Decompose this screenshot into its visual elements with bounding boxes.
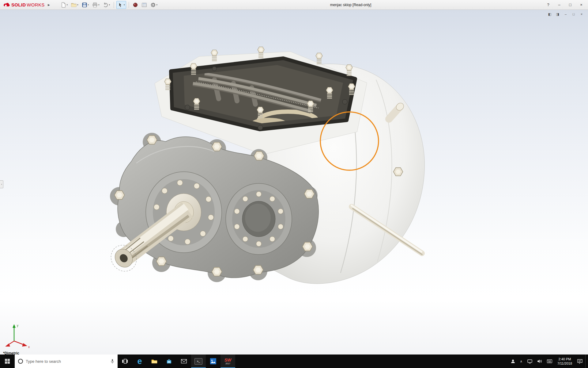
help-button[interactable]: ? [543, 1, 554, 9]
quick-access-toolbar: ▾ ▾ ▾ ▾ [59, 1, 159, 9]
volume-icon [537, 359, 542, 363]
brand-text-light: WORKS [27, 2, 44, 7]
dropdown-caret-icon: ▾ [156, 4, 158, 6]
titlebar: SOLIDWORKS ▶ ▾ ▾ ▾ [0, 0, 588, 10]
search-input[interactable] [26, 359, 108, 364]
new-document-button[interactable]: ▾ [59, 1, 69, 9]
start-button[interactable] [0, 355, 15, 368]
microphone-icon[interactable] [110, 359, 115, 364]
print-button[interactable]: ▾ [91, 1, 101, 9]
people-button[interactable] [509, 355, 517, 368]
tray-overflow-button[interactable]: ∧ [518, 355, 525, 368]
console-glyph: >_ [197, 360, 200, 363]
print-icon [92, 2, 98, 8]
dropdown-caret-icon: ▾ [98, 4, 100, 6]
orientation-triad: y x [5, 324, 30, 349]
action-center-button[interactable] [575, 355, 585, 368]
photos-button[interactable] [206, 355, 221, 368]
appearances-button[interactable] [131, 1, 139, 9]
mail-envelope-icon [181, 359, 187, 363]
solidworks-taskbar-button[interactable]: SW 2017 [221, 355, 235, 368]
taskbar-search[interactable] [15, 355, 118, 368]
show-desktop-button[interactable] [585, 355, 587, 368]
task-view-button[interactable] [118, 355, 132, 368]
triad-x-label: x [28, 345, 30, 349]
doc-restore-button[interactable]: □ [570, 11, 577, 17]
pane-right-icon[interactable]: ◨ [554, 11, 561, 17]
doc-minimize-button[interactable]: – [562, 11, 569, 17]
network-button[interactable] [525, 355, 534, 368]
select-cursor-icon [118, 2, 123, 8]
featuremanager-flyout-tab[interactable]: › [0, 180, 3, 188]
windows-logo-icon [5, 359, 10, 364]
window-title: menjac sklop [Read-only] [159, 3, 543, 7]
undo-button[interactable]: ▾ [102, 1, 111, 9]
task-view-icon [122, 359, 128, 364]
touch-keyboard-icon [547, 359, 552, 363]
save-button[interactable]: ▾ [81, 1, 90, 9]
touch-keyboard-button[interactable] [545, 355, 554, 368]
minimize-button[interactable]: – [554, 1, 565, 9]
sw-year-label: 2017 [225, 362, 230, 365]
taskbar-clock[interactable]: 2:40 PM 7/11/2018 [555, 357, 575, 366]
options-button[interactable]: ▾ [149, 1, 159, 9]
dropdown-caret-icon: ▾ [124, 4, 125, 6]
open-icon [71, 2, 77, 8]
undo-icon [103, 2, 108, 8]
close-button[interactable]: × [576, 1, 587, 9]
gearbox-3d-model[interactable]: y x [0, 10, 588, 355]
select-tool-button[interactable]: ▾ [116, 1, 126, 9]
network-icon [527, 359, 532, 364]
file-explorer-button[interactable] [147, 355, 162, 368]
dropdown-caret-icon: ▾ [88, 4, 89, 6]
cortana-icon [18, 358, 23, 364]
graphics-viewport[interactable]: ◧ ◨ – □ × › [0, 10, 588, 355]
doc-close-button[interactable]: × [578, 11, 585, 17]
toolbar-separator [129, 2, 129, 8]
design-table-icon [141, 2, 147, 8]
open-button[interactable]: ▾ [70, 1, 80, 9]
gear-icon [150, 2, 156, 8]
toolbar-separator [114, 2, 114, 8]
flyout-arrow-icon: › [1, 183, 2, 186]
window-controls: ? – □ × [543, 1, 587, 9]
design-table-button[interactable] [140, 1, 148, 9]
save-icon [82, 2, 87, 8]
store-bag-icon [166, 358, 172, 364]
pane-left-icon[interactable]: ◧ [546, 11, 553, 17]
menu-flyout-arrow[interactable]: ▶ [47, 2, 51, 8]
output-bearing-cover[interactable] [226, 183, 292, 255]
ds-logo-icon [3, 2, 10, 8]
triad-y-label: y [17, 324, 18, 327]
maximize-button[interactable]: □ [565, 1, 576, 9]
system-tray: ∧ 2:40 PM 7/11/2018 [509, 355, 588, 368]
mail-button[interactable] [176, 355, 191, 368]
view-orientation-label: *Dimetric [3, 351, 19, 355]
edge-button[interactable]: e [132, 355, 147, 368]
appearances-sphere-icon [133, 2, 138, 8]
dropdown-caret-icon: ▾ [109, 4, 110, 6]
new-document-icon [61, 2, 66, 8]
people-icon [511, 359, 515, 363]
clock-date: 7/11/2018 [557, 361, 572, 366]
dropdown-caret-icon: ▾ [67, 4, 68, 6]
command-prompt-icon: >_ [194, 358, 202, 365]
command-prompt-button[interactable]: >_ [191, 355, 206, 368]
store-button[interactable] [162, 355, 176, 368]
edge-icon: e [137, 357, 142, 366]
dropdown-caret-icon: ▾ [77, 4, 78, 6]
clock-time: 2:40 PM [557, 357, 572, 361]
solidworks-logo: SOLIDWORKS [1, 2, 47, 8]
volume-button[interactable] [535, 355, 544, 368]
action-center-icon [577, 359, 582, 364]
taskbar: e >_ SW 2017 [0, 355, 588, 368]
folder-icon [151, 359, 157, 364]
document-window-controls: ◧ ◨ – □ × [546, 11, 585, 17]
solidworks-icon: SW 2017 [224, 358, 232, 365]
photos-icon [210, 358, 216, 364]
brand-text-bold: SOLID [11, 2, 26, 7]
sw-label: SW [224, 358, 232, 362]
